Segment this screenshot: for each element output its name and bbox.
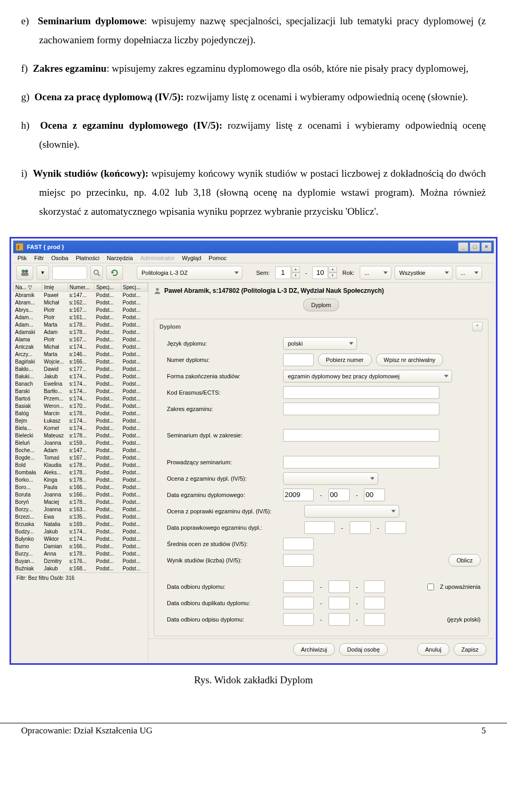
odb-y-input[interactable]: [283, 580, 314, 593]
table-row[interactable]: BanachEwelinas:174...Podst...Podst...: [14, 380, 148, 387]
table-row[interactable]: BombałaAleks...s:178...Podst...Podst...: [14, 469, 148, 476]
table-row[interactable]: AbramikPawełs:147...Podst...Podst...: [14, 291, 148, 299]
menu-wyglad[interactable]: Wygląd: [182, 255, 201, 261]
table-row[interactable]: Boche...Adams:147...Podst...Podst...: [14, 446, 148, 454]
people-icon-button[interactable]: [16, 265, 33, 280]
dropdown-icon-button[interactable]: ▾: [36, 265, 49, 280]
program-select[interactable]: Politologia L-3 DZ: [137, 266, 242, 280]
date2-m-input[interactable]: [350, 521, 371, 534]
menu-filtr[interactable]: Filtr: [34, 255, 44, 261]
people-table[interactable]: Na... ▽ Imię Numer... Specj... Specj... …: [13, 283, 148, 572]
col-spec2[interactable]: Specj...: [121, 283, 147, 291]
table-row[interactable]: Adam...Martas:178...Podst...Podst...: [14, 321, 148, 328]
table-row[interactable]: BorutaJoannas:166...Podst...Podst...: [14, 491, 148, 498]
forma-select[interactable]: egzamin dyplomowy bez pracy dyplomowej: [283, 370, 452, 383]
table-row[interactable]: Adam...Piotrs:161...Podst...Podst...: [14, 313, 148, 321]
menu-pomoc[interactable]: Pomoc: [209, 255, 227, 261]
date2-y-input[interactable]: [304, 521, 335, 534]
table-row[interactable]: Arczy...Martas:146...Podst...Podst...: [14, 350, 148, 358]
minimize-button[interactable]: _: [458, 242, 468, 252]
date-y-input[interactable]: [283, 489, 314, 501]
dup-m-input[interactable]: [328, 597, 350, 609]
numer-input[interactable]: [283, 354, 314, 366]
table-row[interactable]: BoldKlaudias:178...Podst...Podst...: [14, 461, 148, 469]
odb-m-input[interactable]: [328, 580, 350, 593]
table-row[interactable]: BagińskiWojcie...s:166...Podst...Podst..…: [14, 358, 148, 365]
dup-y-input[interactable]: [283, 597, 314, 609]
table-row[interactable]: Buyan...Dzmitrys:176...Podst...Podst...: [14, 557, 148, 565]
z-upowaznienia-checkbox[interactable]: [427, 584, 434, 590]
wpisz-archiwalny-button[interactable]: Wpisz nr archiwalny: [376, 354, 444, 366]
menu-plik[interactable]: Plik: [17, 255, 27, 261]
prowadzacy-input[interactable]: [283, 456, 439, 469]
table-row[interactable]: Bogde...Tomaśs:167...Podst...Podst...: [14, 454, 148, 461]
odb-d-input[interactable]: [364, 580, 385, 593]
table-row[interactable]: BuźniakJakubs:168...Podst...Podst...: [14, 565, 148, 572]
table-row[interactable]: Budzy...Jakubs:174...Podst...Podst...: [14, 528, 148, 535]
odp-d-input[interactable]: [364, 613, 385, 626]
dodaj-osobe-button[interactable]: Dodaj osobę: [339, 643, 388, 656]
anuluj-button[interactable]: Anuluj: [417, 643, 449, 656]
ocena-poprawka-select[interactable]: [304, 505, 399, 518]
rok-select[interactable]: ...: [360, 266, 391, 280]
tab-dyplom[interactable]: Dyplom: [303, 299, 339, 311]
table-row[interactable]: Borko...Kingas:178...Podst...Podst...: [14, 476, 148, 483]
col-nazwisko[interactable]: Na... ▽: [14, 283, 42, 291]
table-row[interactable]: Bałdo...Dawids:177...Podst...Podst...: [14, 365, 148, 372]
table-row[interactable]: Abrys...Piotrs:167...Podst...Podst...: [14, 306, 148, 313]
menu-narzedzia[interactable]: Narzędzia: [107, 255, 133, 261]
more-select[interactable]: ...: [456, 266, 482, 280]
pobierz-numer-button[interactable]: Pobierz numer: [318, 354, 372, 366]
odp-y-input[interactable]: [283, 613, 314, 626]
kod-input[interactable]: [283, 386, 439, 399]
sem-to-spinner[interactable]: ▴▾: [312, 266, 337, 279]
collapse-icon[interactable]: ⌃: [472, 322, 483, 331]
wszystkie-select[interactable]: Wszystkie: [395, 266, 453, 280]
oblicz-button[interactable]: Oblicz: [448, 554, 481, 567]
search-input[interactable]: [52, 266, 87, 280]
odp-m-input[interactable]: [328, 613, 350, 626]
table-row[interactable]: Biela...Kornels:174...Podst...Podst...: [14, 424, 148, 432]
date-m-input[interactable]: [328, 489, 350, 501]
close-button[interactable]: ×: [481, 242, 492, 252]
refresh-icon-button[interactable]: [106, 265, 123, 280]
table-row[interactable]: Boro...Paulas:166...Podst...Podst...: [14, 483, 148, 491]
table-row[interactable]: Brzezi...Ewas:135...Podst...Podst...: [14, 513, 148, 520]
col-imie[interactable]: Imię: [42, 283, 68, 291]
menu-platnosci[interactable]: Płatności: [76, 255, 99, 261]
titlebar[interactable]: f FAST { prod } _ □ ×: [13, 241, 494, 253]
jezyk-select[interactable]: polski: [283, 337, 357, 350]
table-row[interactable]: BieleckiMateuszs:178...Podst...Podst...: [14, 432, 148, 439]
table-row[interactable]: Borzy...Joannas:163...Podst...Podst...: [14, 505, 148, 513]
table-row[interactable]: BułynkoWiktors:174...Podst...Podst...: [14, 535, 148, 542]
table-row[interactable]: Bałuki...Jakubs:174...Podst...Podst...: [14, 372, 148, 380]
maximize-button[interactable]: □: [470, 242, 480, 252]
table-row[interactable]: AlamaPiotrs:167...Podst...Podst...: [14, 336, 148, 343]
table-row[interactable]: BejmŁukaszs:174...Podst...Podst...: [14, 417, 148, 424]
col-numer[interactable]: Numer...: [68, 283, 94, 291]
wynik-input[interactable]: [283, 554, 314, 567]
archiwizuj-button[interactable]: Archiwizuj: [293, 643, 335, 656]
zapisz-button[interactable]: Zapisz: [454, 643, 486, 656]
table-row[interactable]: BatógMarcins:178...Podst...Podst...: [14, 409, 148, 417]
table-row[interactable]: BoryńMaciejs:178...Podst...Podst...: [14, 498, 148, 505]
srednia-input[interactable]: [283, 538, 314, 550]
table-row[interactable]: Burzy...Annas:178...Podst...Podst...: [14, 550, 148, 557]
date2-d-input[interactable]: [385, 521, 406, 534]
ocena-egz-select[interactable]: [283, 472, 378, 485]
search-icon-button[interactable]: [90, 265, 103, 280]
table-row[interactable]: BasiakWeron...s:170...Podst...Podst...: [14, 402, 148, 409]
sem-from-spinner[interactable]: ▴▾: [275, 266, 300, 279]
zakres-input[interactable]: [283, 403, 439, 415]
table-row[interactable]: AntczakMichałs:174...Podst...Podst...: [14, 343, 148, 350]
table-row[interactable]: BurnoDamians:166...Podst...Podst...: [14, 542, 148, 550]
table-row[interactable]: BieluńJoannas:159...Podst...Podst...: [14, 439, 148, 446]
table-row[interactable]: BrzuskaNatalias:169...Podst...Podst...: [14, 520, 148, 528]
table-row[interactable]: AdamskiAdams:178...Podst...Podst...: [14, 328, 148, 336]
menu-osoba[interactable]: Osoba: [51, 255, 68, 261]
col-spec1[interactable]: Specj...: [95, 283, 121, 291]
date-d-input[interactable]: [364, 489, 385, 501]
table-row[interactable]: Abram...Michałs:162...Podst...Podst...: [14, 299, 148, 306]
table-row[interactable]: BarskiBartło...s:174...Podst...Podst...: [14, 387, 148, 395]
table-row[interactable]: BartośPrzem...s:174...Podst...Podst...: [14, 395, 148, 402]
